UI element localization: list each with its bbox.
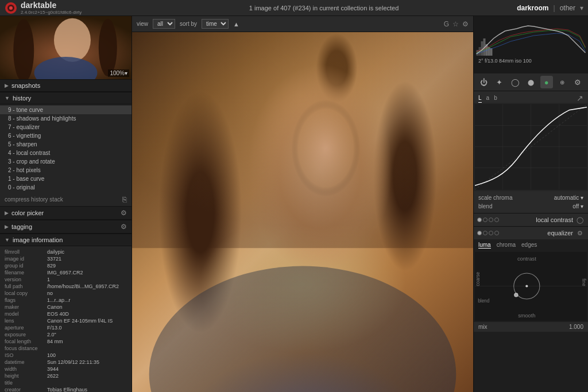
svg-point-6 bbox=[54, 18, 91, 62]
tagging-section-header[interactable]: ▶ tagging ⚙ bbox=[0, 220, 131, 234]
thumbnail-zoom-level[interactable]: 100%▾ bbox=[108, 69, 129, 77]
info-key: width bbox=[5, 366, 45, 372]
mode-darkroom-label[interactable]: darkroom bbox=[517, 4, 548, 12]
info-val: 100 bbox=[47, 352, 56, 358]
info-key: image id bbox=[5, 256, 45, 262]
info-row: exposure2.0" bbox=[5, 331, 127, 338]
info-val: IMG_6957.CR2 bbox=[47, 270, 83, 275]
blend-value[interactable]: off ▾ bbox=[572, 203, 583, 209]
info-row: local copyno bbox=[5, 290, 127, 297]
snapshots-arrow: ▶ bbox=[5, 83, 9, 88]
history-item-4[interactable]: 4 - local contrast bbox=[0, 149, 131, 157]
info-row: full path/home/houz/Bi...MG_6957.CR2 bbox=[5, 283, 127, 290]
local-contrast-dot-4[interactable] bbox=[494, 218, 499, 222]
history-item-1[interactable]: 1 - base curve bbox=[0, 174, 131, 183]
local-contrast-dots bbox=[477, 218, 499, 222]
history-item-5[interactable]: 5 - sharpen bbox=[0, 140, 131, 149]
info-val: Canon EF 24-105mm f/4L IS bbox=[47, 318, 113, 324]
power-button[interactable]: ⏻ bbox=[478, 76, 490, 88]
image-info-section-header[interactable]: ▼ image information bbox=[0, 234, 131, 246]
green-dot-button[interactable]: ● bbox=[540, 76, 553, 88]
local-contrast-dot-1[interactable] bbox=[477, 218, 482, 222]
info-val: 829 bbox=[47, 263, 56, 269]
eq-tab-edges[interactable]: edges bbox=[521, 242, 537, 249]
equalizer-expand-icon[interactable]: ⚙ bbox=[575, 228, 585, 238]
equalizer-tabs: luma chroma edges bbox=[474, 239, 588, 251]
info-val: Canon bbox=[47, 304, 63, 310]
link-button[interactable]: ⊕ bbox=[556, 76, 568, 88]
filmstrip-star-icon[interactable]: ☆ bbox=[452, 20, 459, 28]
view-select[interactable]: all bbox=[153, 19, 175, 29]
info-key: flags bbox=[5, 297, 45, 303]
thumbnail-area[interactable]: 100%▾ bbox=[0, 16, 131, 79]
info-row: modelEOS 40D bbox=[5, 311, 127, 317]
circle-button[interactable]: ◯ bbox=[509, 76, 521, 88]
mode-dropdown-icon[interactable]: ▾ bbox=[580, 4, 583, 12]
info-row: makerCanon bbox=[5, 304, 127, 311]
mix-value[interactable]: 1.000 bbox=[569, 324, 583, 330]
equalizer-dot-4[interactable] bbox=[494, 231, 499, 235]
main-image-area bbox=[132, 32, 473, 392]
history-item-3-text: 3 - crop and rotate bbox=[8, 158, 55, 165]
info-row: version1 bbox=[5, 276, 127, 283]
filmstrip-icons: G ☆ ⚙ bbox=[444, 20, 469, 28]
history-item-3[interactable]: 3 - crop and rotate bbox=[0, 157, 131, 166]
snapshots-section-header[interactable]: ▶ snapshots bbox=[0, 79, 131, 92]
info-key: lens bbox=[5, 318, 45, 324]
equalizer-dot-3[interactable] bbox=[489, 231, 493, 235]
info-val: Sun 12/09/12 22:11:35 bbox=[47, 359, 99, 365]
compress-history-label: compress history stack bbox=[5, 196, 63, 203]
eq-tab-chroma[interactable]: chroma bbox=[497, 242, 516, 249]
mode-other-label[interactable]: other bbox=[560, 4, 575, 12]
info-key: focal length bbox=[5, 339, 45, 344]
local-contrast-expand-icon[interactable]: ◯ bbox=[575, 215, 585, 224]
info-row: group id829 bbox=[5, 262, 127, 269]
curve-tab-b[interactable]: b bbox=[494, 94, 497, 103]
filled-circle-button[interactable]: ⬤ bbox=[524, 76, 537, 88]
svg-rect-25 bbox=[475, 253, 587, 320]
color-picker-settings-icon[interactable]: ⚙ bbox=[121, 209, 127, 217]
history-item-0[interactable]: 0 - original bbox=[0, 183, 131, 192]
eq-tab-luma[interactable]: luma bbox=[478, 242, 491, 249]
curve-expand-icon[interactable]: ↗ bbox=[577, 94, 583, 103]
history-item-9[interactable]: 9 - tone curve bbox=[0, 106, 131, 114]
filmstrip-settings-icon[interactable]: ⚙ bbox=[462, 20, 469, 28]
info-key: full path bbox=[5, 284, 45, 289]
blend-row: blend off ▾ bbox=[478, 202, 583, 211]
equalizer-dot-2[interactable] bbox=[483, 231, 488, 235]
local-contrast-dot-3[interactable] bbox=[489, 218, 493, 222]
sort-direction-icon[interactable]: ▲ bbox=[233, 21, 239, 28]
image-info-arrow: ▼ bbox=[5, 237, 10, 243]
filmstrip-g-icon[interactable]: G bbox=[444, 20, 449, 28]
right-panel: 2° f/13.0 84mm iso 100 ⏻ ✦ ◯ ⬤ ● ⊕ ⚙ L a… bbox=[473, 16, 588, 392]
histogram-info: 2° f/13.0 84mm iso 100 bbox=[476, 57, 586, 65]
local-contrast-dot-2[interactable] bbox=[483, 218, 488, 222]
info-key: height bbox=[5, 373, 45, 379]
history-section-header[interactable]: ▼ history bbox=[0, 92, 131, 104]
equalizer-dot-1[interactable] bbox=[477, 231, 482, 235]
mode-separator: | bbox=[554, 4, 555, 12]
info-key: filename bbox=[5, 270, 45, 275]
info-key: version bbox=[5, 277, 45, 282]
history-item-2[interactable]: 2 - hot pixels bbox=[0, 166, 131, 174]
local-contrast-name: local contrast bbox=[501, 216, 573, 223]
image-info-label: image information bbox=[13, 236, 127, 243]
color-picker-section-header[interactable]: ▶ color picker ⚙ bbox=[0, 206, 131, 220]
star-button[interactable]: ✦ bbox=[493, 76, 506, 88]
compress-history-button[interactable]: compress history stack ⎘ bbox=[0, 193, 131, 206]
tone-curve-display[interactable] bbox=[475, 104, 587, 190]
history-item-8[interactable]: 8 - shadows and highlights bbox=[0, 114, 131, 123]
history-arrow: ▼ bbox=[5, 95, 10, 101]
scale-chroma-value[interactable]: automatic ▾ bbox=[554, 195, 583, 201]
logo-area: darktable 2.4.0rc2+15~g0c81fd8c6-dirty bbox=[5, 1, 131, 15]
history-item-7[interactable]: 7 - equalizer bbox=[0, 123, 131, 131]
history-item-5-text: 5 - sharpen bbox=[8, 141, 37, 148]
history-item-2-text: 2 - hot pixels bbox=[8, 167, 41, 173]
curve-tab-L[interactable]: L bbox=[478, 94, 482, 103]
gear-settings-button[interactable]: ⚙ bbox=[571, 76, 584, 88]
history-item-6[interactable]: 6 - vignetting bbox=[0, 131, 131, 140]
tagging-settings-icon[interactable]: ⚙ bbox=[121, 223, 127, 231]
sort-select[interactable]: time bbox=[202, 19, 229, 29]
curve-tab-a[interactable]: a bbox=[486, 94, 490, 103]
svg-text:contrast: contrast bbox=[517, 256, 536, 262]
